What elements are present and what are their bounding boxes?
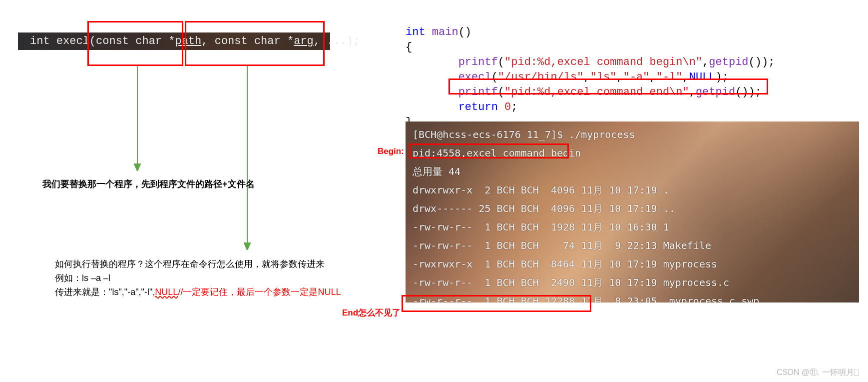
term-line-5: drwx------ 25 BCH BCH 4096 11月 10 17:19 … bbox=[413, 202, 675, 214]
svg-marker-1 bbox=[134, 164, 140, 171]
explain2-line3: 传进来就是："ls","-a","-l",NULL//一定要记住，最后一个参数一… bbox=[55, 285, 341, 299]
label-begin: Begin: bbox=[378, 146, 404, 156]
banner-prefix: int execl( bbox=[30, 35, 96, 48]
explain2-line3c: //一定要记住，最后一个参数一定是NULL bbox=[178, 287, 341, 297]
term-line-7: -rw-rw-r-- 1 BCH BCH 74 11月 9 22:13 Make… bbox=[413, 240, 711, 252]
arrow-path-to-explain1 bbox=[132, 66, 142, 171]
explanation-args: 如何执行替换的程序？这个程序在命令行怎么使用，就将参数传进来 例如：ls –a … bbox=[55, 257, 341, 299]
explanation-path: 我们要替换那一个程序，先到程序文件的路径+文件名 bbox=[42, 178, 255, 190]
term-line-1: [BCH@hcss-ecs-6176 11_7]$ ./myprocess bbox=[413, 128, 635, 140]
explain2-line2: 例如：ls –a –l bbox=[55, 271, 341, 285]
arrow-arg-to-explain2 bbox=[242, 66, 252, 250]
highlight-box-end-printf bbox=[448, 78, 768, 94]
term-line-9: -rw-rw-r-- 1 BCH BCH 2490 11月 10 17:19 m… bbox=[413, 276, 729, 288]
c-source-code: int main() { printf("pid:%d,excel comman… bbox=[406, 25, 775, 130]
term-line-8: -rwxrwxr-x 1 BCH BCH 8464 11月 10 17:19 m… bbox=[413, 258, 717, 270]
explain2-line3b: ,NULL bbox=[152, 287, 178, 297]
highlight-box-begin-output bbox=[409, 144, 569, 158]
watermark-signature: CSDN @⑪. 一怀明月⎕ bbox=[777, 368, 859, 378]
highlight-box-path-param bbox=[87, 21, 183, 66]
term-line-6: -rw-rw-r-- 1 BCH BCH 1928 11月 10 16:30 1 bbox=[413, 221, 669, 233]
label-end-missing: End怎么不见了 bbox=[342, 307, 401, 318]
term-line-3: 总用量 44 bbox=[413, 166, 460, 178]
explain2-line1: 如何执行替换的程序？这个程序在命令行怎么使用，就将参数传进来 bbox=[55, 257, 341, 271]
explain2-line3a: 传进来就是："ls","-a","-l" bbox=[55, 287, 152, 297]
highlight-box-arg-param bbox=[185, 21, 325, 66]
term-line-4: drwxrwxr-x 2 BCH BCH 4096 11月 10 17:19 . bbox=[413, 184, 669, 196]
highlight-box-missing-end bbox=[402, 295, 591, 312]
svg-marker-3 bbox=[244, 243, 250, 250]
